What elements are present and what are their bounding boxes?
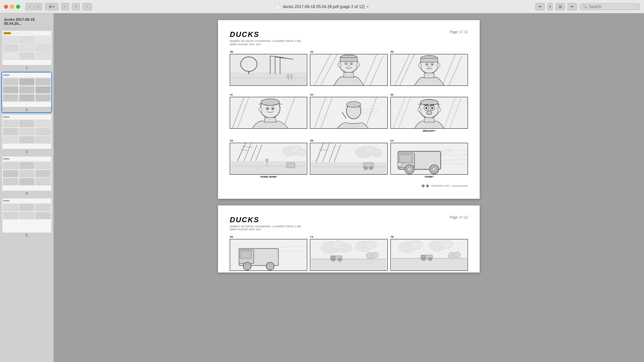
svg-point-125 xyxy=(432,167,436,172)
close-button[interactable] xyxy=(4,5,8,9)
panel-4e: 4E xyxy=(390,93,468,132)
storyboard-row-3: 5A xyxy=(230,139,468,178)
page-meta: BOARDS: 002 SHOTS: 23 DURATION: 1:22 ASP… xyxy=(230,40,301,46)
svg-point-32 xyxy=(357,62,360,67)
panel-5b-frame xyxy=(310,143,387,175)
page-3-title-section: DUCKS BOARDS: 002 SHOTS: 29 DURATION: 1:… xyxy=(230,216,301,232)
panel-6b-label: 6B xyxy=(230,235,307,238)
sidebar-page-2[interactable]: DUCKS xyxy=(2,72,51,112)
svg-point-112 xyxy=(370,166,373,170)
titlebar: ‹ › ⊞ ▾ − + ↑ 📄 ducks 2017-08-18 05.04.2… xyxy=(0,0,644,13)
minimize-button[interactable] xyxy=(10,5,14,9)
search-input[interactable] xyxy=(589,4,636,9)
svg-point-123 xyxy=(407,167,412,172)
annotate-button[interactable]: ✏ xyxy=(535,3,545,10)
panel-5a-frame xyxy=(230,143,307,175)
svg-point-144 xyxy=(332,258,335,261)
svg-point-31 xyxy=(338,62,341,67)
panel-4e-label: 4E xyxy=(390,93,468,96)
svg-point-111 xyxy=(364,166,368,170)
panel-5b: 5B xyxy=(310,139,387,178)
panel-7a-label: 7A xyxy=(310,235,387,238)
page-3-row-1: 6B xyxy=(230,235,468,271)
zoom-in-button[interactable]: + xyxy=(72,3,80,10)
svg-point-82 xyxy=(418,107,421,112)
sidebar-page-5[interactable]: DUCKS xyxy=(2,198,51,238)
sidebar: ducks 2017-08-18 05.04.26... DUCKS xyxy=(0,13,54,362)
annotate-chevron[interactable]: ▾ xyxy=(547,3,553,10)
maximize-button[interactable] xyxy=(16,5,20,9)
panel-7b-frame xyxy=(390,239,468,271)
page-number: Page: 2 / 12 xyxy=(450,30,468,34)
window-title-area: 📄 ducks 2017-08-18 05.04.26.pdf (page 2 … xyxy=(275,4,368,9)
panel-4a-label: 4A xyxy=(310,50,387,53)
svg-point-80 xyxy=(426,111,432,115)
svg-point-46 xyxy=(418,63,422,68)
svg-rect-25 xyxy=(340,57,358,61)
panel-5a-caption: "HONK HONK" xyxy=(230,175,307,178)
traffic-lights xyxy=(4,5,20,9)
panel-3b: 3B xyxy=(230,50,307,86)
pdf-page-3: DUCKS BOARDS: 002 SHOTS: 29 DURATION: 1:… xyxy=(218,205,480,273)
title-dropdown-icon[interactable]: ▾ xyxy=(367,5,369,8)
page-footer: ❖❖ WONDER UNIT | Storyboarder xyxy=(230,183,468,189)
panel-4b-frame xyxy=(390,54,468,86)
svg-point-151 xyxy=(410,241,423,249)
svg-rect-120 xyxy=(399,155,412,163)
svg-point-12 xyxy=(287,74,289,77)
svg-rect-58 xyxy=(265,117,276,122)
svg-point-44 xyxy=(431,64,433,65)
svg-point-56 xyxy=(267,108,268,109)
page-2-number: 2 xyxy=(2,107,51,112)
svg-point-94 xyxy=(297,149,306,156)
svg-point-108 xyxy=(371,149,382,157)
panel-4d: 4D xyxy=(310,93,387,132)
svg-rect-96 xyxy=(287,163,295,168)
svg-point-13 xyxy=(290,74,292,77)
svg-point-83 xyxy=(437,107,441,112)
nav-back-button[interactable]: ‹ xyxy=(25,3,34,10)
zoom-out-button[interactable]: − xyxy=(61,3,69,10)
sidebar-page-1[interactable]: DUCKS xyxy=(2,31,51,70)
panel-4d-label: 4D xyxy=(310,93,387,96)
svg-rect-100 xyxy=(311,162,386,174)
svg-point-29 xyxy=(351,63,352,64)
panel-4c-label: 4C xyxy=(230,93,307,96)
nav-forward-button[interactable]: › xyxy=(34,3,42,10)
panel-6b-frame xyxy=(230,239,307,271)
view-options-button[interactable]: ⊞ ▾ xyxy=(45,3,58,10)
content-area[interactable]: DUCKS BOARDS: 002 SHOTS: 23 DURATION: 1:… xyxy=(54,13,644,362)
thumb-title-badge: DUCKS xyxy=(3,32,11,35)
doc-title: DUCKS xyxy=(230,30,301,39)
nav-group: ‹ › xyxy=(25,3,42,10)
storyboard-grid: 3B xyxy=(230,50,468,178)
svg-point-78 xyxy=(425,107,427,109)
sidebar-page-4[interactable]: DUCKS xyxy=(2,156,51,196)
panel-4c: 4C xyxy=(230,93,307,132)
sidebar-page-3[interactable]: DUCKS xyxy=(2,114,51,154)
pdf-page-2: DUCKS BOARDS: 002 SHOTS: 23 DURATION: 1:… xyxy=(218,20,480,199)
svg-point-43 xyxy=(426,64,428,65)
sidebar-toggle-button[interactable]: ⧉ xyxy=(555,3,565,10)
titlebar-left: ‹ › ⊞ ▾ − + ↑ xyxy=(4,3,92,10)
panel-4e-caption: WHUUH!? xyxy=(390,129,468,132)
page-header: DUCKS BOARDS: 002 SHOTS: 23 DURATION: 1:… xyxy=(230,30,468,46)
svg-rect-30 xyxy=(344,72,354,77)
markup-button[interactable]: ✏ xyxy=(568,3,577,10)
footer-brand: WONDER UNIT | Storyboarder xyxy=(431,184,468,187)
page-3-thumbnail: DUCKS xyxy=(2,114,51,149)
share-button[interactable]: ↑ xyxy=(83,3,92,10)
panel-6b: 6B xyxy=(230,235,307,271)
svg-point-57 xyxy=(272,108,274,109)
svg-rect-40 xyxy=(421,58,438,62)
svg-point-132 xyxy=(243,262,251,270)
page-3-number: 3 xyxy=(2,149,51,154)
page-3-number: Page: 3 / 12 xyxy=(450,216,468,219)
svg-point-47 xyxy=(437,63,440,68)
search-bar[interactable]: 🔍 xyxy=(580,3,640,10)
panel-7a: 7A xyxy=(310,235,387,271)
sidebar-filename: ducks 2017-08-18 05.04.26... xyxy=(2,16,51,28)
page-4-thumbnail: DUCKS xyxy=(2,156,51,191)
svg-point-53 xyxy=(261,99,279,105)
panel-4e-frame xyxy=(390,97,468,129)
